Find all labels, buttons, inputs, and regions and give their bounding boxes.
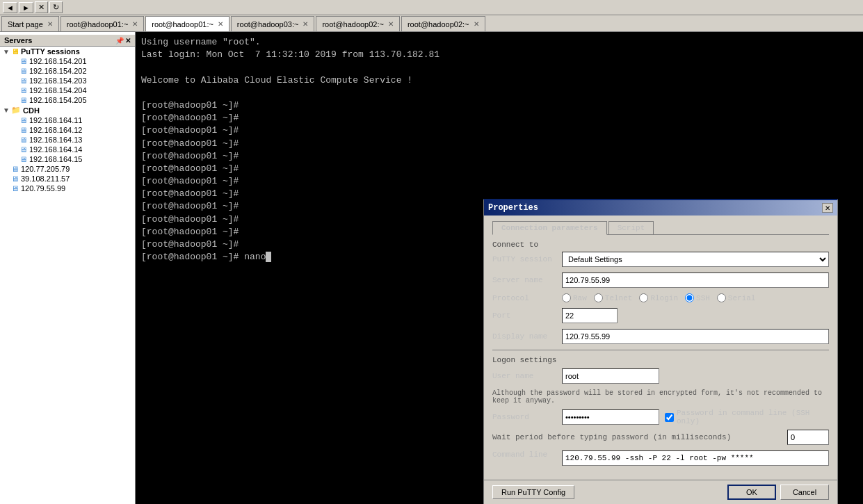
sidebar-ip-8: 192.168.164.13: [29, 136, 82, 144]
protocol-raw[interactable]: Raw: [562, 293, 587, 302]
password-checkbox-label[interactable]: Password in command line (SSH only): [665, 409, 829, 425]
putty-session-select[interactable]: Default Settings: [562, 252, 829, 267]
sidebar-item-putty-sessions[interactable]: ▼ 🖥 PuTTY sessions: [0, 47, 135, 56]
tab-start-page-close[interactable]: ✕: [47, 20, 53, 28]
dialog-tab-script[interactable]: Script: [608, 221, 654, 234]
sidebar-item-192-168-154-201[interactable]: 🖥 192.168.154.201: [0, 56, 135, 66]
sidebar-ip-2: 192.168.154.202: [29, 67, 87, 75]
tab-hadoop03[interactable]: root@hadoop03:~ ✕: [231, 16, 315, 31]
tab-hadoop01-1-label: root@hadoop01:~: [67, 20, 129, 29]
tab-hadoop03-close[interactable]: ✕: [303, 20, 308, 28]
password-row: Password Password in command line (SSH o…: [492, 409, 829, 425]
sidebar-ip-4: 192.168.154.204: [29, 86, 87, 95]
run-putty-config-button[interactable]: Run PuTTY Config: [492, 485, 574, 499]
sidebar-ip-11: 120.77.205.79: [21, 165, 70, 173]
radio-raw[interactable]: [562, 293, 571, 302]
ok-button[interactable]: OK: [727, 485, 776, 500]
tab-hadoop01-1[interactable]: root@hadoop01:~ ✕: [61, 16, 145, 31]
username-row: User name: [492, 368, 829, 384]
sidebar-close-icon[interactable]: ✕: [125, 37, 131, 44]
putty-session-row: PuTTY session Default Settings: [492, 252, 829, 267]
sidebar-item-cdh[interactable]: ▼ 📁 CDH: [0, 105, 135, 115]
back-button[interactable]: ◄: [3, 2, 17, 13]
dialog-tabs: Connection parameters Script: [492, 221, 829, 235]
username-input[interactable]: [562, 368, 659, 384]
tab-hadoop02-2-close[interactable]: ✕: [474, 20, 479, 28]
tab-hadoop02-2[interactable]: root@hadoop02:~ ✕: [401, 16, 485, 31]
sidebar-title-label: Servers: [4, 36, 32, 44]
monitor-icon-9: 🖥: [19, 145, 27, 154]
cdh-folder-icon: 📁: [11, 106, 21, 115]
sidebar-item-39-108-211-57[interactable]: 🖥 39.108.211.57: [0, 174, 135, 184]
sidebar-ip-5: 192.168.154.205: [29, 96, 87, 104]
tab-hadoop01-1-close[interactable]: ✕: [132, 20, 138, 28]
protocol-ssh[interactable]: SSH: [685, 293, 710, 302]
server-name-row: Server name: [492, 273, 829, 288]
radio-telnet[interactable]: [594, 293, 603, 302]
sidebar-item-120-77-205-79[interactable]: 🖥 120.77.205.79: [0, 164, 135, 174]
wait-label: Wait period before typing password (in m…: [492, 433, 787, 441]
dialog-tab-connection[interactable]: Connection parameters: [492, 221, 607, 235]
sidebar-item-192-168-164-14[interactable]: 🖥 192.168.164.14: [0, 145, 135, 154]
monitor-icon-3: 🖥: [19, 76, 27, 85]
tab-hadoop01-2[interactable]: root@hadoop01:~ ✕: [145, 16, 229, 31]
radio-ssh[interactable]: [685, 293, 694, 302]
terminal-line-10: [root@hadoop01 ~]#: [141, 163, 857, 175]
cursor: [266, 252, 271, 262]
putty-session-label: PuTTY session: [492, 255, 562, 263]
cdh-expand-icon: ▼: [3, 106, 11, 114]
sidebar-item-192-168-154-202[interactable]: 🖥 192.168.154.202: [0, 66, 135, 76]
dialog-close-button[interactable]: ✕: [822, 203, 833, 213]
monitor-icon-2: 🖥: [19, 67, 27, 75]
sidebar-item-120-79-55-99[interactable]: 🖥 120.79.55.99: [0, 184, 135, 193]
tab-hadoop01-2-close[interactable]: ✕: [218, 20, 223, 28]
sidebar-ip-9: 192.168.164.14: [29, 145, 82, 154]
refresh-button[interactable]: ↻: [49, 1, 63, 13]
protocol-label: Protocol: [492, 294, 562, 302]
tab-hadoop02-1-label: root@hadoop02:~: [322, 20, 384, 29]
terminal[interactable]: Using username "root". Last login: Mon O…: [136, 32, 863, 504]
port-input[interactable]: [562, 308, 618, 323]
tab-hadoop02-1[interactable]: root@hadoop02:~ ✕: [316, 16, 400, 31]
protocol-telnet[interactable]: Telnet: [594, 293, 633, 302]
cancel-button[interactable]: Cancel: [780, 485, 829, 500]
port-label: Port: [492, 311, 562, 320]
monitor-icon-6: 🖥: [19, 116, 27, 124]
terminal-line-7: [root@hadoop01 ~]#: [141, 124, 857, 137]
display-name-input[interactable]: [562, 329, 829, 344]
sidebar-item-192-168-164-12[interactable]: 🖥 192.168.164.12: [0, 125, 135, 135]
tab-bar: Start page ✕ root@hadoop01:~ ✕ root@hado…: [0, 15, 863, 32]
sidebar-item-192-168-164-13[interactable]: 🖥 192.168.164.13: [0, 135, 135, 145]
tab-start-page-label: Start page: [8, 20, 43, 29]
radio-rlogin[interactable]: [639, 293, 648, 302]
stop-button[interactable]: ✕: [35, 1, 48, 13]
forward-button[interactable]: ►: [19, 2, 33, 13]
sidebar-item-192-168-164-15[interactable]: 🖥 192.168.164.15: [0, 154, 135, 164]
password-checkbox[interactable]: [665, 413, 674, 422]
tab-hadoop03-label: root@hadoop03:~: [237, 20, 299, 29]
sidebar-ip-13: 120.79.55.99: [21, 184, 65, 193]
terminal-line-1: Last login: Mon Oct 7 11:32:10 2019 from…: [141, 49, 857, 61]
command-line-input[interactable]: [562, 450, 829, 466]
sidebar-item-192-168-154-203[interactable]: 🖥 192.168.154.203: [0, 76, 135, 86]
top-bar: ◄ ► ✕ ↻: [0, 0, 863, 15]
command-line-row: Command line: [492, 450, 829, 466]
tab-hadoop02-1-close[interactable]: ✕: [388, 20, 394, 28]
dialog-footer: Run PuTTY Config OK Cancel: [484, 480, 837, 504]
properties-dialog: Properties ✕ Connection parameters Scrip…: [483, 199, 838, 504]
tab-hadoop02-2-label: root@hadoop02:~: [408, 20, 469, 29]
password-input[interactable]: [562, 409, 659, 425]
tab-start-page[interactable]: Start page ✕: [1, 16, 59, 31]
sidebar-pin-icon[interactable]: 📌: [115, 37, 124, 44]
server-name-input[interactable]: [562, 273, 829, 288]
display-name-label: Display name: [492, 332, 562, 341]
sidebar-item-192-168-154-205[interactable]: 🖥 192.168.154.205: [0, 95, 135, 105]
protocol-rlogin[interactable]: Rlogin: [639, 293, 678, 302]
radio-serial[interactable]: [717, 293, 726, 302]
username-label: User name: [492, 372, 562, 380]
protocol-serial[interactable]: Serial: [717, 293, 756, 302]
sidebar-item-192-168-164-11[interactable]: 🖥 192.168.164.11: [0, 115, 135, 125]
wait-input[interactable]: [787, 430, 829, 445]
sidebar-ip-6: 192.168.164.11: [29, 116, 82, 124]
sidebar-item-192-168-154-204[interactable]: 🖥 192.168.154.204: [0, 86, 135, 95]
